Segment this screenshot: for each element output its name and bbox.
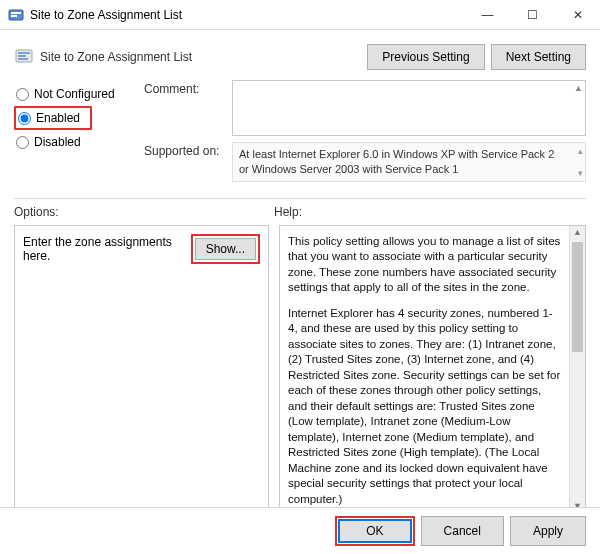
options-pane: Enter the zone assignments here. Show...	[14, 225, 269, 513]
next-setting-button[interactable]: Next Setting	[491, 44, 586, 70]
options-row: Enter the zone assignments here. Show...	[23, 234, 260, 264]
svg-rect-1	[11, 12, 21, 14]
supported-scroll: ▴ ▾	[578, 145, 583, 179]
config-row: Not Configured Enabled Disabled Comment:…	[14, 80, 586, 188]
show-highlight: Show...	[191, 234, 260, 264]
content-area: Site to Zone Assignment List Previous Se…	[0, 30, 600, 513]
radio-not-configured-label: Not Configured	[34, 87, 115, 101]
previous-setting-button[interactable]: Previous Setting	[367, 44, 484, 70]
titlebar: Site to Zone Assignment List — ☐ ✕	[0, 0, 600, 30]
radio-disabled-input[interactable]	[16, 136, 29, 149]
help-p2: Internet Explorer has 4 security zones, …	[288, 306, 561, 508]
scroll-down-icon: ▾	[578, 167, 583, 179]
help-label: Help:	[274, 205, 586, 219]
svg-rect-4	[18, 52, 30, 54]
minimize-button[interactable]: —	[465, 0, 510, 29]
app-icon	[8, 7, 24, 23]
panels: Enter the zone assignments here. Show...…	[14, 225, 586, 513]
policy-icon	[14, 47, 34, 67]
separator	[14, 198, 586, 199]
radio-enabled-input[interactable]	[18, 112, 31, 125]
radio-not-configured[interactable]: Not Configured	[14, 84, 144, 104]
svg-rect-5	[18, 55, 26, 57]
supported-row: Supported on: At least Internet Explorer…	[144, 142, 586, 182]
options-label: Options:	[14, 205, 274, 219]
state-radios: Not Configured Enabled Disabled	[14, 80, 144, 188]
show-button[interactable]: Show...	[195, 238, 256, 260]
comment-label: Comment:	[144, 80, 232, 136]
scroll-thumb[interactable]	[572, 242, 583, 352]
fields: Comment: ▲ Supported on: At least Intern…	[144, 80, 586, 188]
supported-text: At least Internet Explorer 6.0 in Window…	[232, 142, 586, 182]
help-text: This policy setting allows you to manage…	[280, 226, 569, 512]
apply-button[interactable]: Apply	[510, 516, 586, 546]
window-controls: — ☐ ✕	[465, 0, 600, 29]
radio-enabled-label: Enabled	[36, 111, 80, 125]
scroll-up-icon: ▲	[574, 83, 583, 93]
radio-disabled-label: Disabled	[34, 135, 81, 149]
svg-rect-2	[11, 15, 17, 17]
supported-value: At least Internet Explorer 6.0 in Window…	[239, 148, 554, 175]
footer: OK Cancel Apply	[0, 507, 600, 554]
header-row: Site to Zone Assignment List Previous Se…	[14, 38, 586, 80]
help-scrollbar[interactable]: ▲ ▼	[569, 226, 585, 512]
scroll-up-icon[interactable]: ▲	[570, 227, 585, 237]
ok-button[interactable]: OK	[338, 519, 411, 543]
comment-textarea[interactable]: ▲	[232, 80, 586, 136]
cancel-button[interactable]: Cancel	[421, 516, 504, 546]
window-title: Site to Zone Assignment List	[30, 8, 465, 22]
options-prompt: Enter the zone assignments here.	[23, 235, 187, 263]
svg-rect-6	[18, 58, 28, 60]
scroll-up-icon: ▴	[578, 145, 583, 157]
comment-row: Comment: ▲	[144, 80, 586, 136]
maximize-button[interactable]: ☐	[510, 0, 555, 29]
help-pane: This policy setting allows you to manage…	[279, 225, 586, 513]
ok-highlight: OK	[335, 516, 414, 546]
panel-labels: Options: Help:	[14, 205, 586, 219]
radio-enabled[interactable]: Enabled	[14, 106, 92, 130]
radio-disabled[interactable]: Disabled	[14, 132, 144, 152]
page-title: Site to Zone Assignment List	[40, 50, 361, 64]
help-p1: This policy setting allows you to manage…	[288, 234, 561, 296]
radio-not-configured-input[interactable]	[16, 88, 29, 101]
close-button[interactable]: ✕	[555, 0, 600, 29]
supported-label: Supported on:	[144, 142, 232, 182]
